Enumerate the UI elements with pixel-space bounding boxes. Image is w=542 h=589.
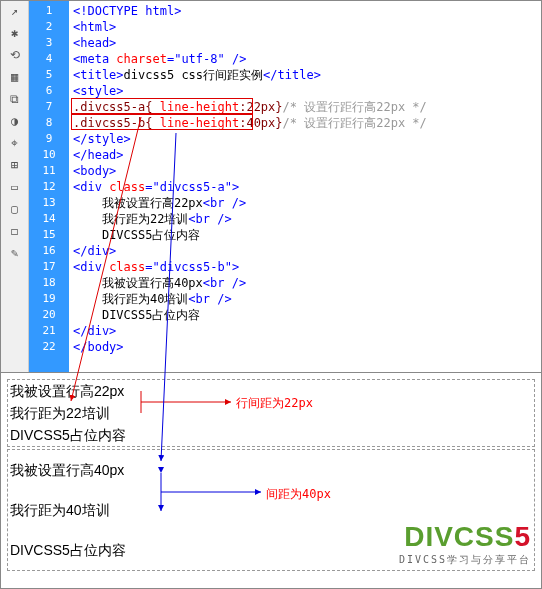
code-line: 我行距为40培训<br /> — [73, 291, 537, 307]
line-number: 13 — [29, 195, 69, 211]
preview-box-a: 我被设置行高22px 我行距为22培训 DIVCSS5占位内容 — [7, 379, 535, 447]
line-number: 7 — [29, 99, 69, 115]
toolbar-icon-2[interactable]: ⟲ — [7, 47, 23, 63]
code-line: <div class="divcss5-b"> — [73, 259, 537, 275]
toolbar-icon-3[interactable]: ▦ — [7, 69, 23, 85]
code-line: DIVCSS5占位内容 — [73, 307, 537, 323]
code-line: </div> — [73, 323, 537, 339]
code-line: <!DOCTYPE html> — [73, 3, 537, 19]
toolbar-icon-8[interactable]: ▭ — [7, 179, 23, 195]
annotation-40px: 间距为40px — [266, 486, 331, 503]
line-number: 20 — [29, 307, 69, 323]
preview-pane: 我被设置行高22px 我行距为22培训 DIVCSS5占位内容 我被设置行高40… — [1, 373, 541, 587]
code-line: 我被设置行高40px<br /> — [73, 275, 537, 291]
line-gutter: 12345678910111213141516171819202122 — [29, 1, 69, 372]
code-line: .divcss5-b{ line-height:40px}/* 设置行距行高22… — [73, 115, 537, 131]
code-line: <title>divcss5 css行间距实例</title> — [73, 67, 537, 83]
toolbar-icon-7[interactable]: ⊞ — [7, 157, 23, 173]
toolbar-icon-0[interactable]: ↗ — [7, 3, 23, 19]
code-editor: ↗✱⟲▦⧉◑⌖⊞▭▢◻✎ 123456789101112131415161718… — [1, 1, 541, 373]
line-number: 12 — [29, 179, 69, 195]
line-number: 4 — [29, 51, 69, 67]
toolbar-icon-5[interactable]: ◑ — [7, 113, 23, 129]
toolbar-icon-11[interactable]: ✎ — [7, 245, 23, 261]
line-number: 8 — [29, 115, 69, 131]
toolbar-icon-6[interactable]: ⌖ — [7, 135, 23, 151]
code-line: <head> — [73, 35, 537, 51]
code-line: <style> — [73, 83, 537, 99]
line-number: 14 — [29, 211, 69, 227]
line-number: 19 — [29, 291, 69, 307]
line-number: 17 — [29, 259, 69, 275]
line-number: 15 — [29, 227, 69, 243]
code-line: DIVCSS5占位内容 — [73, 227, 537, 243]
logo-sub: DIVCSS学习与分享平台 — [399, 553, 531, 567]
toolbar-icon-1[interactable]: ✱ — [7, 25, 23, 41]
code-line: <body> — [73, 163, 537, 179]
line-number: 22 — [29, 339, 69, 355]
code-line: .divcss5-a{ line-height:22px}/* 设置行距行高22… — [73, 99, 537, 115]
line-number: 5 — [29, 67, 69, 83]
line-number: 16 — [29, 243, 69, 259]
code-line: <meta charset="utf-8" /> — [73, 51, 537, 67]
logo: DIVCSS5 DIVCSS学习与分享平台 — [399, 521, 531, 567]
code-line: 我被设置行高22px<br /> — [73, 195, 537, 211]
code-line: </style> — [73, 131, 537, 147]
line-number: 6 — [29, 83, 69, 99]
code-line: <html> — [73, 19, 537, 35]
line-number: 1 — [29, 3, 69, 19]
code-pane[interactable]: <!DOCTYPE html><html><head><meta charset… — [69, 1, 541, 372]
code-line: </head> — [73, 147, 537, 163]
toolbar-icon-10[interactable]: ◻ — [7, 223, 23, 239]
logo-main: DIVCSS5 — [399, 521, 531, 553]
editor-toolbar: ↗✱⟲▦⧉◑⌖⊞▭▢◻✎ — [1, 1, 29, 372]
code-line: </body> — [73, 339, 537, 355]
line-number: 9 — [29, 131, 69, 147]
line-number: 3 — [29, 35, 69, 51]
line-number: 10 — [29, 147, 69, 163]
line-number: 2 — [29, 19, 69, 35]
toolbar-icon-9[interactable]: ▢ — [7, 201, 23, 217]
line-number: 18 — [29, 275, 69, 291]
code-line: </div> — [73, 243, 537, 259]
code-line: <div class="divcss5-a"> — [73, 179, 537, 195]
line-number: 11 — [29, 163, 69, 179]
code-line: 我行距为22培训<br /> — [73, 211, 537, 227]
toolbar-icon-4[interactable]: ⧉ — [7, 91, 23, 107]
preview-line: 我被设置行高40px — [10, 450, 532, 490]
annotation-22px: 行间距为22px — [236, 395, 313, 412]
preview-line: DIVCSS5占位内容 — [10, 424, 532, 446]
line-number: 21 — [29, 323, 69, 339]
